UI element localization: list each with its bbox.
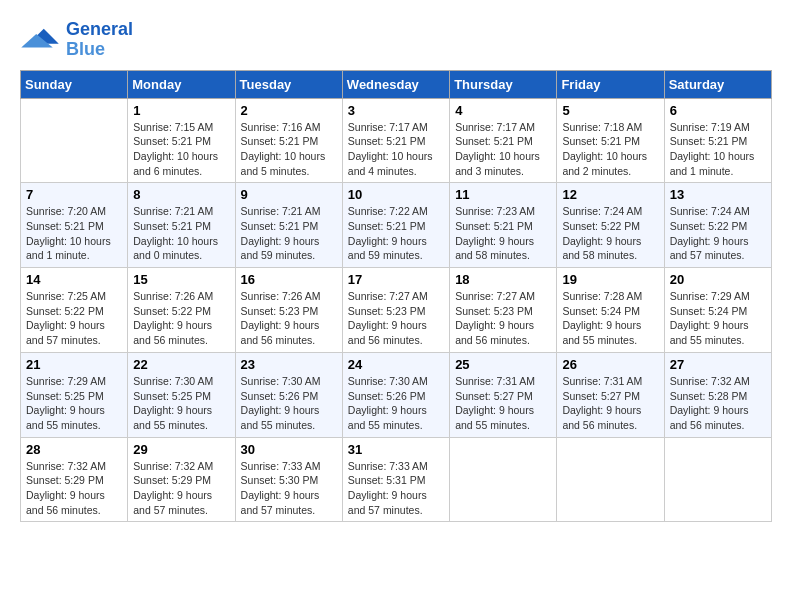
calendar-cell: 15Sunrise: 7:26 AMSunset: 5:22 PMDayligh…	[128, 268, 235, 353]
day-info: Sunrise: 7:24 AMSunset: 5:22 PMDaylight:…	[562, 204, 658, 263]
calendar-cell: 8Sunrise: 7:21 AMSunset: 5:21 PMDaylight…	[128, 183, 235, 268]
calendar-cell: 11Sunrise: 7:23 AMSunset: 5:21 PMDayligh…	[450, 183, 557, 268]
day-info: Sunrise: 7:29 AMSunset: 5:24 PMDaylight:…	[670, 289, 766, 348]
calendar-cell: 2Sunrise: 7:16 AMSunset: 5:21 PMDaylight…	[235, 98, 342, 183]
calendar-cell: 27Sunrise: 7:32 AMSunset: 5:28 PMDayligh…	[664, 352, 771, 437]
day-number: 21	[26, 357, 122, 372]
day-number: 1	[133, 103, 229, 118]
day-number: 7	[26, 187, 122, 202]
calendar-cell: 25Sunrise: 7:31 AMSunset: 5:27 PMDayligh…	[450, 352, 557, 437]
day-number: 23	[241, 357, 337, 372]
day-number: 9	[241, 187, 337, 202]
calendar-week-row: 1Sunrise: 7:15 AMSunset: 5:21 PMDaylight…	[21, 98, 772, 183]
day-number: 25	[455, 357, 551, 372]
day-info: Sunrise: 7:32 AMSunset: 5:29 PMDaylight:…	[26, 459, 122, 518]
day-number: 3	[348, 103, 444, 118]
calendar-cell: 3Sunrise: 7:17 AMSunset: 5:21 PMDaylight…	[342, 98, 449, 183]
day-number: 10	[348, 187, 444, 202]
day-info: Sunrise: 7:31 AMSunset: 5:27 PMDaylight:…	[562, 374, 658, 433]
day-info: Sunrise: 7:30 AMSunset: 5:26 PMDaylight:…	[348, 374, 444, 433]
day-info: Sunrise: 7:32 AMSunset: 5:28 PMDaylight:…	[670, 374, 766, 433]
day-info: Sunrise: 7:20 AMSunset: 5:21 PMDaylight:…	[26, 204, 122, 263]
calendar-week-row: 14Sunrise: 7:25 AMSunset: 5:22 PMDayligh…	[21, 268, 772, 353]
day-number: 2	[241, 103, 337, 118]
calendar-cell	[450, 437, 557, 522]
calendar-cell: 6Sunrise: 7:19 AMSunset: 5:21 PMDaylight…	[664, 98, 771, 183]
calendar-cell: 14Sunrise: 7:25 AMSunset: 5:22 PMDayligh…	[21, 268, 128, 353]
day-number: 24	[348, 357, 444, 372]
day-info: Sunrise: 7:30 AMSunset: 5:26 PMDaylight:…	[241, 374, 337, 433]
column-header-wednesday: Wednesday	[342, 70, 449, 98]
logo: GeneralBlue	[20, 20, 133, 60]
calendar-cell: 16Sunrise: 7:26 AMSunset: 5:23 PMDayligh…	[235, 268, 342, 353]
calendar-header-row: SundayMondayTuesdayWednesdayThursdayFrid…	[21, 70, 772, 98]
day-info: Sunrise: 7:19 AMSunset: 5:21 PMDaylight:…	[670, 120, 766, 179]
calendar-cell: 20Sunrise: 7:29 AMSunset: 5:24 PMDayligh…	[664, 268, 771, 353]
day-info: Sunrise: 7:27 AMSunset: 5:23 PMDaylight:…	[348, 289, 444, 348]
day-info: Sunrise: 7:22 AMSunset: 5:21 PMDaylight:…	[348, 204, 444, 263]
calendar-cell	[21, 98, 128, 183]
day-number: 13	[670, 187, 766, 202]
day-info: Sunrise: 7:31 AMSunset: 5:27 PMDaylight:…	[455, 374, 551, 433]
day-info: Sunrise: 7:25 AMSunset: 5:22 PMDaylight:…	[26, 289, 122, 348]
column-header-saturday: Saturday	[664, 70, 771, 98]
day-info: Sunrise: 7:16 AMSunset: 5:21 PMDaylight:…	[241, 120, 337, 179]
calendar-cell: 4Sunrise: 7:17 AMSunset: 5:21 PMDaylight…	[450, 98, 557, 183]
day-info: Sunrise: 7:26 AMSunset: 5:22 PMDaylight:…	[133, 289, 229, 348]
day-number: 14	[26, 272, 122, 287]
day-info: Sunrise: 7:21 AMSunset: 5:21 PMDaylight:…	[133, 204, 229, 263]
calendar-cell: 19Sunrise: 7:28 AMSunset: 5:24 PMDayligh…	[557, 268, 664, 353]
calendar-cell: 28Sunrise: 7:32 AMSunset: 5:29 PMDayligh…	[21, 437, 128, 522]
calendar-cell: 1Sunrise: 7:15 AMSunset: 5:21 PMDaylight…	[128, 98, 235, 183]
day-number: 26	[562, 357, 658, 372]
day-number: 6	[670, 103, 766, 118]
day-number: 19	[562, 272, 658, 287]
day-info: Sunrise: 7:24 AMSunset: 5:22 PMDaylight:…	[670, 204, 766, 263]
calendar-week-row: 21Sunrise: 7:29 AMSunset: 5:25 PMDayligh…	[21, 352, 772, 437]
calendar-cell: 10Sunrise: 7:22 AMSunset: 5:21 PMDayligh…	[342, 183, 449, 268]
calendar-table: SundayMondayTuesdayWednesdayThursdayFrid…	[20, 70, 772, 523]
day-info: Sunrise: 7:33 AMSunset: 5:31 PMDaylight:…	[348, 459, 444, 518]
calendar-cell: 26Sunrise: 7:31 AMSunset: 5:27 PMDayligh…	[557, 352, 664, 437]
day-number: 31	[348, 442, 444, 457]
day-number: 28	[26, 442, 122, 457]
column-header-monday: Monday	[128, 70, 235, 98]
logo-text: GeneralBlue	[66, 20, 133, 60]
day-info: Sunrise: 7:15 AMSunset: 5:21 PMDaylight:…	[133, 120, 229, 179]
column-header-thursday: Thursday	[450, 70, 557, 98]
calendar-cell: 29Sunrise: 7:32 AMSunset: 5:29 PMDayligh…	[128, 437, 235, 522]
page-header: GeneralBlue	[20, 20, 772, 60]
calendar-cell: 31Sunrise: 7:33 AMSunset: 5:31 PMDayligh…	[342, 437, 449, 522]
day-info: Sunrise: 7:17 AMSunset: 5:21 PMDaylight:…	[348, 120, 444, 179]
calendar-cell: 22Sunrise: 7:30 AMSunset: 5:25 PMDayligh…	[128, 352, 235, 437]
day-info: Sunrise: 7:28 AMSunset: 5:24 PMDaylight:…	[562, 289, 658, 348]
calendar-cell	[664, 437, 771, 522]
day-number: 16	[241, 272, 337, 287]
calendar-cell: 7Sunrise: 7:20 AMSunset: 5:21 PMDaylight…	[21, 183, 128, 268]
calendar-week-row: 28Sunrise: 7:32 AMSunset: 5:29 PMDayligh…	[21, 437, 772, 522]
calendar-cell: 5Sunrise: 7:18 AMSunset: 5:21 PMDaylight…	[557, 98, 664, 183]
day-info: Sunrise: 7:33 AMSunset: 5:30 PMDaylight:…	[241, 459, 337, 518]
column-header-tuesday: Tuesday	[235, 70, 342, 98]
day-number: 15	[133, 272, 229, 287]
day-info: Sunrise: 7:32 AMSunset: 5:29 PMDaylight:…	[133, 459, 229, 518]
day-number: 17	[348, 272, 444, 287]
day-info: Sunrise: 7:18 AMSunset: 5:21 PMDaylight:…	[562, 120, 658, 179]
day-info: Sunrise: 7:30 AMSunset: 5:25 PMDaylight:…	[133, 374, 229, 433]
day-number: 8	[133, 187, 229, 202]
calendar-cell: 13Sunrise: 7:24 AMSunset: 5:22 PMDayligh…	[664, 183, 771, 268]
column-header-sunday: Sunday	[21, 70, 128, 98]
column-header-friday: Friday	[557, 70, 664, 98]
calendar-cell: 24Sunrise: 7:30 AMSunset: 5:26 PMDayligh…	[342, 352, 449, 437]
day-number: 12	[562, 187, 658, 202]
day-number: 20	[670, 272, 766, 287]
day-number: 27	[670, 357, 766, 372]
calendar-cell: 23Sunrise: 7:30 AMSunset: 5:26 PMDayligh…	[235, 352, 342, 437]
logo-icon	[20, 25, 60, 55]
day-number: 4	[455, 103, 551, 118]
day-info: Sunrise: 7:29 AMSunset: 5:25 PMDaylight:…	[26, 374, 122, 433]
day-info: Sunrise: 7:23 AMSunset: 5:21 PMDaylight:…	[455, 204, 551, 263]
day-info: Sunrise: 7:17 AMSunset: 5:21 PMDaylight:…	[455, 120, 551, 179]
calendar-cell	[557, 437, 664, 522]
day-number: 22	[133, 357, 229, 372]
